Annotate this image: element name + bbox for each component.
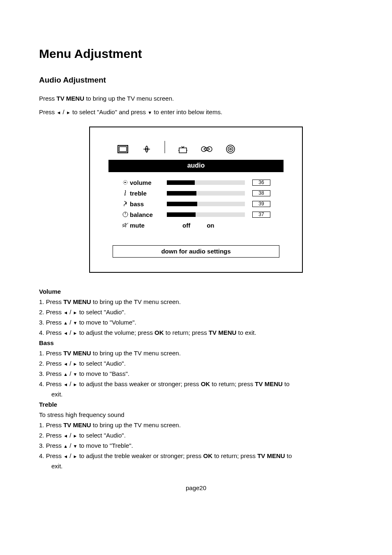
- step: 1. Press TV MENU to bring up the TV menu…: [39, 297, 353, 306]
- left-arrow-icon: ◄: [63, 331, 68, 336]
- section-title: Audio Adjustment: [39, 75, 353, 86]
- mute-on: on: [207, 221, 214, 230]
- volume-label: volume: [130, 178, 167, 187]
- osd-settings-list: volume 36 treble 38 bass 39: [121, 178, 279, 230]
- volume-icon: [121, 179, 130, 186]
- treble-icon: [121, 189, 130, 197]
- bass-bar: 39: [167, 201, 279, 207]
- text: to bring up the TV menu screen.: [84, 95, 174, 102]
- left-arrow-icon: ◄: [63, 433, 68, 438]
- left-arrow-icon: ◄: [63, 382, 68, 387]
- right-arrow-icon: ►: [73, 310, 78, 315]
- text: to select "Audio" and press: [71, 108, 148, 115]
- down-arrow-icon: ▼: [73, 320, 78, 325]
- picture-tab-icon: [117, 144, 129, 154]
- bass-heading: Bass: [39, 339, 353, 347]
- treble-section: Treble To stress high frequency sound 1.…: [39, 400, 353, 470]
- mute-off: off: [182, 221, 190, 230]
- treble-row: treble 38: [121, 189, 279, 198]
- mute-row: mute off on: [121, 221, 279, 230]
- step: 2. Press ◄ / ► to select "Audio".: [39, 308, 353, 316]
- audio-tab-icon: [141, 144, 153, 154]
- treble-bar: 38: [167, 190, 279, 196]
- page-title: Menu Adjustment: [39, 45, 353, 62]
- bass-value: 39: [252, 201, 270, 207]
- intro-line-1: Press TV MENU to bring up the TV menu sc…: [39, 94, 353, 103]
- bass-label: bass: [130, 200, 167, 208]
- right-arrow-icon: ►: [73, 382, 78, 387]
- tab-separator: [164, 141, 165, 156]
- down-arrow-icon: ▼: [148, 110, 152, 115]
- text: to enter into below items.: [152, 108, 222, 115]
- step: 2. Press ◄ / ► to select "Audio".: [39, 359, 353, 368]
- step: 1. Press TV MENU to bring up the TV menu…: [39, 421, 353, 429]
- svg-line-15: [122, 223, 128, 227]
- feature-tab-icon: [201, 144, 213, 154]
- up-arrow-icon: ▲: [63, 372, 68, 377]
- right-arrow-icon: ►: [73, 362, 78, 366]
- balance-label: balance: [130, 210, 167, 219]
- step: 4. Press ◄ / ► to adjust the volume; pre…: [39, 328, 353, 337]
- right-arrow-icon: ►: [73, 331, 78, 336]
- volume-value: 36: [252, 180, 270, 186]
- down-arrow-icon: ▼: [73, 372, 78, 377]
- treble-note: To stress high frequency sound: [39, 410, 353, 419]
- osd-title-bar: audio: [108, 160, 284, 172]
- page-footer: page20: [39, 484, 353, 492]
- left-arrow-icon: ◄: [63, 310, 68, 315]
- osd-hint: down for audio settings: [113, 245, 279, 258]
- right-arrow-icon: ►: [73, 433, 78, 438]
- bass-section: Bass 1. Press TV MENU to bring up the TV…: [39, 339, 353, 398]
- step: 2. Press ◄ / ► to select "Audio".: [39, 431, 353, 440]
- svg-point-10: [125, 182, 125, 183]
- osd-panel: audio volume 36 treble 38: [89, 127, 303, 273]
- step: 3. Press ▲ / ▼ to move to "Volume".: [39, 318, 353, 327]
- bass-icon: [121, 200, 130, 207]
- volume-section: Volume 1. Press TV MENU to bring up the …: [39, 287, 353, 337]
- volume-bar: 36: [167, 180, 279, 186]
- down-arrow-icon: ▼: [73, 444, 78, 449]
- intro-line-2: Press ◄ / ► to select "Audio" and press …: [39, 108, 353, 116]
- treble-label: treble: [130, 189, 167, 198]
- bass-row: bass 39: [121, 199, 279, 208]
- step: 1. Press TV MENU to bring up the TV menu…: [39, 349, 353, 357]
- osd-tab-row: [117, 142, 288, 157]
- svg-rect-1: [119, 147, 127, 152]
- step: exit.: [39, 462, 353, 470]
- svg-point-8: [230, 148, 231, 150]
- step: 4. Press ◄ / ► to adjust the treble weak…: [39, 451, 353, 460]
- up-arrow-icon: ▲: [63, 444, 68, 449]
- treble-value: 38: [252, 190, 270, 196]
- text: Press: [39, 108, 57, 115]
- left-arrow-icon: ◄: [63, 454, 68, 459]
- right-arrow-icon: ►: [73, 454, 78, 459]
- balance-bar: 37: [167, 212, 279, 218]
- volume-heading: Volume: [39, 287, 353, 296]
- balance-row: balance 37: [121, 210, 279, 219]
- svg-point-12: [126, 204, 127, 205]
- svg-point-11: [126, 203, 127, 203]
- mute-label: mute: [130, 221, 167, 230]
- svg-point-2: [146, 148, 148, 150]
- up-arrow-icon: ▲: [63, 320, 68, 325]
- mute-icon: [121, 222, 130, 228]
- left-arrow-icon: ◄: [57, 110, 61, 115]
- treble-heading: Treble: [39, 400, 353, 409]
- balance-icon: [121, 212, 130, 217]
- text: Press: [39, 95, 57, 102]
- step: exit.: [39, 390, 353, 398]
- balance-value: 37: [252, 212, 270, 218]
- tv-menu-label: TV MENU: [57, 95, 85, 102]
- svg-point-6: [226, 145, 235, 153]
- volume-row: volume 36: [121, 178, 279, 187]
- step: 4. Press ◄ / ► to adjust the bass weaker…: [39, 380, 353, 388]
- step: 3. Press ▲ / ▼ to move to "Bass".: [39, 369, 353, 378]
- left-arrow-icon: ◄: [63, 362, 68, 366]
- channel-tab-icon: [177, 144, 189, 154]
- settings-tab-icon: [224, 144, 237, 154]
- step: 3. Press ▲ / ▼ to move to "Treble".: [39, 441, 353, 450]
- svg-point-7: [228, 147, 233, 152]
- right-arrow-icon: ►: [66, 110, 71, 115]
